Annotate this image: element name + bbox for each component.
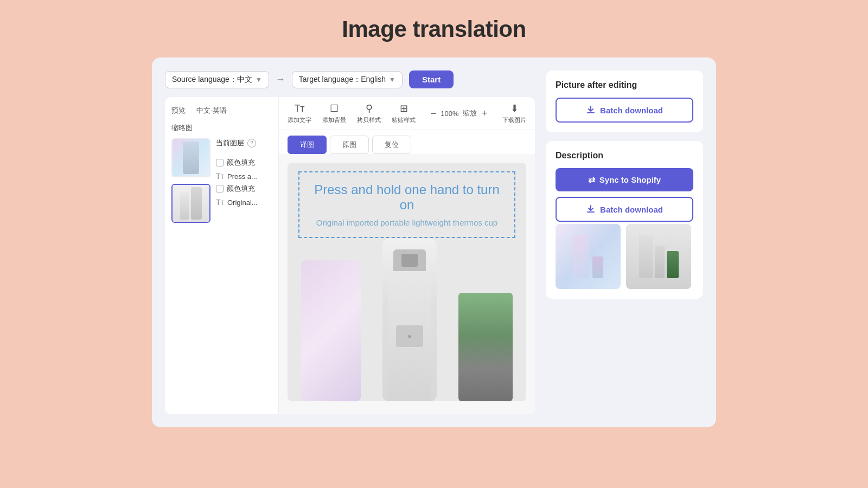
main-container: Source language：中文 ▼ → Target language：E… — [152, 57, 716, 427]
download-img-label: 下载图片 — [502, 116, 526, 124]
description-section-title: Description — [556, 151, 693, 160]
batch-download-button-1[interactable]: Batch download — [556, 98, 693, 123]
picture-after-editing-section: Picture after editing Batch download — [546, 70, 703, 132]
color-fill-checkbox-1[interactable] — [216, 159, 224, 166]
paste-style-icon: ⊞ — [400, 102, 408, 114]
zoom-control: − 100% 缩放 + — [431, 108, 487, 119]
zoom-label: 缩放 — [463, 108, 477, 118]
color-fill-checkbox-2[interactable] — [216, 185, 224, 192]
text-icon-2: Tт — [216, 198, 224, 207]
press-layer-row: Tт Press a... — [216, 172, 257, 181]
copy-style-label: 拷贝样式 — [357, 116, 381, 124]
thumbnail-1[interactable] — [171, 138, 210, 177]
zoom-in-button[interactable]: + — [481, 108, 487, 119]
batch-download-label-2: Batch download — [600, 205, 663, 214]
original-layer-row: Tт Original... — [216, 198, 258, 207]
canvas-sub-text: Original imported portable lightweight t… — [316, 218, 497, 227]
current-layer-header: 当前图层 ? — [216, 138, 257, 148]
color-fill-row-1: 当前图层 颜色填充 — [216, 158, 257, 168]
start-button[interactable]: Start — [409, 70, 454, 88]
help-icon[interactable]: ? — [247, 139, 256, 147]
batch-download-button-2[interactable]: Batch download — [556, 197, 693, 222]
preview-thumbnail-1[interactable] — [556, 224, 621, 289]
download-img-tool[interactable]: ⬇ 下载图片 — [502, 102, 526, 124]
target-language-label: Target language：English — [299, 75, 386, 85]
lang-label: 中文-英语 — [196, 106, 227, 115]
product-image-plant — [458, 293, 513, 401]
color-fill-row-2: 颜色填充 — [216, 184, 258, 194]
preview-thumbnail-2[interactable] — [626, 224, 691, 289]
layer-info-2: 颜色填充 Tт Original... — [216, 184, 258, 207]
target-language-select[interactable]: Target language：English ▼ — [292, 71, 403, 88]
source-language-select[interactable]: Source language：中文 ▼ — [165, 71, 269, 88]
product-image-left — [301, 260, 361, 401]
source-language-label: Source language：中文 — [172, 75, 252, 85]
sync-shopify-label: Sync to Shopify — [599, 175, 661, 184]
current-layer-text: 当前图层 — [216, 138, 244, 148]
description-section: Description ⇄ Sync to Shopify Batch down… — [546, 141, 703, 299]
editor-sidebar: 预览 中文-英语 缩略图 当前图层 ? — [165, 97, 279, 414]
add-text-tool[interactable]: Tт 添加文字 — [288, 103, 311, 124]
thumbnail-row-2: 颜色填充 Tт Original... — [171, 184, 272, 223]
tab-reset[interactable]: 复位 — [372, 136, 411, 154]
paste-style-label: 粘贴样式 — [392, 116, 416, 124]
canvas-area: Tт 添加文字 ☐ 添加背景 ⚲ 拷贝样式 ⊞ 粘贴样式 — [279, 97, 535, 414]
left-panel: Source language：中文 ▼ → Target language：E… — [165, 70, 535, 414]
press-layer-label: Press a... — [227, 172, 257, 181]
preview-thumbnails — [556, 224, 693, 289]
translated-image: Press and hold one hand to turn on Origi… — [288, 163, 526, 401]
sidebar-header: 预览 中文-英语 — [171, 106, 272, 115]
add-bg-label: 添加背景 — [322, 116, 346, 124]
target-language-chevron-icon: ▼ — [389, 76, 395, 84]
product-image-center: ⊞ — [382, 239, 437, 401]
paste-style-tool[interactable]: ⊞ 粘贴样式 — [392, 102, 416, 124]
thermos-body: ⊞ — [388, 271, 431, 401]
zoom-out-button[interactable]: − — [431, 108, 437, 119]
download-icon-1 — [586, 105, 596, 115]
arrow-icon: → — [276, 74, 285, 85]
picture-section-title: Picture after editing — [556, 80, 693, 90]
add-text-label: 添加文字 — [288, 116, 311, 124]
color-fill-text-1: 颜色填充 — [227, 158, 255, 168]
preview-label: 预览 — [171, 106, 186, 115]
canvas-toolbar: Tт 添加文字 ☐ 添加背景 ⚲ 拷贝样式 ⊞ 粘贴样式 — [279, 97, 535, 130]
add-bg-tool[interactable]: ☐ 添加背景 — [322, 102, 346, 124]
zoom-percent: 100% — [441, 110, 458, 118]
thermos-cap — [393, 249, 426, 271]
thumbnail-2[interactable] — [171, 184, 210, 223]
sync-icon: ⇄ — [588, 175, 595, 185]
add-bg-icon: ☐ — [330, 102, 339, 114]
tab-original[interactable]: 原图 — [330, 136, 369, 154]
thumbnail-section-title: 缩略图 — [171, 123, 272, 133]
product-image-area: ⊞ — [288, 228, 526, 401]
language-toolbar: Source language：中文 ▼ → Target language：E… — [165, 70, 535, 88]
tab-translated[interactable]: 译图 — [288, 136, 327, 154]
canvas-main-text: Press and hold one hand to turn on — [310, 182, 503, 213]
page-title: Image translation — [342, 16, 526, 42]
download-icon-2 — [586, 204, 596, 214]
text-icon-1: Tт — [216, 172, 224, 181]
batch-download-label-1: Batch download — [600, 106, 663, 115]
thumbnail-row-1: 当前图层 ? 当前图层 颜色填充 Tт Press a... — [171, 138, 272, 181]
copy-style-icon: ⚲ — [366, 102, 373, 114]
source-language-chevron-icon: ▼ — [256, 76, 262, 84]
canvas-tabs: 译图 原图 复位 — [279, 130, 535, 154]
add-text-icon: Tт — [294, 103, 304, 114]
color-fill-text-2: 颜色填充 — [227, 184, 255, 194]
original-layer-label: Original... — [227, 198, 258, 207]
download-img-icon: ⬇ — [510, 102, 519, 114]
layer-info-1: 当前图层 ? 当前图层 颜色填充 Tт Press a... — [216, 138, 257, 181]
sync-shopify-button[interactable]: ⇄ Sync to Shopify — [556, 168, 693, 191]
right-panel: Picture after editing Batch download Des… — [546, 70, 703, 414]
canvas-content: Press and hold one hand to turn on Origi… — [279, 154, 535, 414]
copy-style-tool[interactable]: ⚲ 拷贝样式 — [357, 102, 381, 124]
editor-area: 预览 中文-英语 缩略图 当前图层 ? — [165, 97, 535, 414]
